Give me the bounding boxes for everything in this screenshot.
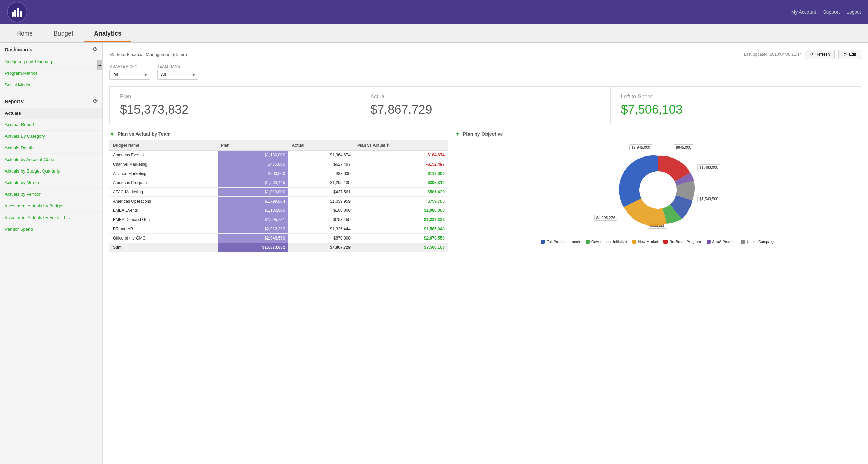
row-name: Americas Events (109, 150, 218, 160)
row-plan: $1,019,000 (218, 188, 289, 197)
table-row: EMEA Demand Gen $2,095,781 $758,459 $1,3… (109, 215, 448, 224)
row-name: APAC Marketing (109, 188, 218, 197)
sidebar-item-actuals-category[interactable]: Actuals By Category (0, 131, 102, 142)
svg-rect-1 (14, 10, 16, 17)
row-name: EMEA Demand Gen (109, 215, 218, 224)
team-filter-label: TEAM NAME (157, 65, 198, 68)
reports-group-label: Actuals (0, 108, 102, 119)
quarter-filter-label: QUARTER (FY) (109, 65, 150, 68)
plan-vs-actual-header: ▼ Plan vs Actual by Team (109, 131, 448, 137)
row-pva: $759,705 (354, 197, 448, 206)
dashboards-label: Dashboards: (5, 47, 34, 52)
row-actual: $1,326,444 (288, 224, 354, 234)
edit-button[interactable]: ⚙ Edit (838, 50, 861, 59)
table-row: APAC Marketing $1,019,000 $437,561 $581,… (109, 188, 448, 197)
sidebar-item-investment-actuals-folder[interactable]: Investment Actuals by Folder Ti... (0, 212, 102, 223)
sidebar-item-actuals-budget-quarterly[interactable]: Actuals by Budget Quarterly (0, 165, 102, 177)
row-name: EMEA Events (109, 206, 218, 215)
nav-tabs: Home Budget Analytics (0, 24, 868, 43)
quarter-filter-group: QUARTER (FY) All Q1 Q2 Q3 Q4 (109, 65, 150, 80)
content-area: Marketo Financial Management (demo) Last… (103, 43, 868, 464)
sidebar-item-actuals-details[interactable]: Actuals Details (0, 142, 102, 154)
svg-rect-0 (12, 12, 14, 17)
legend-label-new-market: New Market (638, 240, 658, 244)
sum-label: Sum (109, 243, 218, 252)
row-plan: $2,912,392 (218, 224, 289, 234)
edit-label: Edit (849, 52, 856, 57)
workspace-label: Marketo Financial Management (demo) (109, 52, 187, 57)
plan-by-objective-title: Plan by Objective (463, 131, 503, 137)
kpi-actual-label: Actual (370, 94, 600, 100)
legend-dot-rebrand (663, 240, 668, 244)
filters-row: QUARTER (FY) All Q1 Q2 Q3 Q4 TEAM NAME A… (109, 65, 861, 80)
filter-icon: ▼ (109, 131, 115, 137)
sum-plan: $15,373,832 (218, 243, 289, 252)
table-row: Americas Program $1,563,445 $1,255,135 $… (109, 178, 448, 188)
row-name: Office of the CMO (109, 234, 218, 243)
row-pva: $2,078,550 (354, 234, 448, 243)
plan-vs-actual-table: Budget Name Plan Actual Plan vs Actual ⇅… (109, 140, 448, 252)
sidebar-item-vendor-spend[interactable]: Vendor Spend (0, 223, 102, 235)
row-plan: $475,000 (218, 160, 289, 169)
logout-link[interactable]: Logout (846, 9, 861, 15)
legend-rebrand: Re-Brand Program (663, 240, 701, 244)
donut-area: $2,945,000 $645,000 $1,483,000 $1,543,50… (593, 140, 723, 236)
kpi-left-label: Left to Spend (621, 94, 851, 100)
row-plan: $1,180,000 (218, 150, 289, 160)
legend-dot-fall (541, 240, 545, 244)
tab-analytics[interactable]: Analytics (84, 26, 131, 42)
col-pva[interactable]: Plan vs Actual ⇅ (354, 140, 448, 150)
team-filter-select[interactable]: All (157, 70, 198, 80)
table-row: Americas Operations $1,799,664 $1,039,95… (109, 197, 448, 206)
row-actual: $1,039,959 (288, 197, 354, 206)
quarter-filter-select[interactable]: All Q1 Q2 Q3 Q4 (109, 70, 150, 80)
table-row: Americas Events $1,180,000 $1,364,674 -$… (109, 150, 448, 160)
sidebar-collapse-button[interactable]: ◀ (97, 60, 102, 70)
refresh-button[interactable]: ⟳ Refresh (805, 50, 835, 59)
kpi-actual-value: $7,867,729 (370, 103, 600, 117)
sidebar-item-actuals-month[interactable]: Actuals by Month (0, 177, 102, 189)
reports-refresh-icon[interactable]: ⟳ (93, 98, 97, 105)
last-updated: Last updated: 2013/04/08 21:14 (744, 52, 802, 57)
plan-by-objective-panel: ▼ Plan by Objective $2,945,000 $645,000 … (455, 131, 861, 252)
report-items: Accrual Report Actuals By Category Actua… (0, 119, 102, 235)
sidebar-item-actuals-account-code[interactable]: Actuals by Account Code (0, 154, 102, 165)
row-pva: $308,310 (354, 178, 448, 188)
chart-legend: Fall Product Launch Government Initiativ… (541, 240, 775, 244)
top-bar: My Account Support Logout (0, 0, 868, 24)
team-filter-group: TEAM NAME All (157, 65, 198, 80)
support-link[interactable]: Support (823, 9, 840, 15)
legend-dot-government (586, 240, 590, 244)
col-budget-name: Budget Name (109, 140, 218, 150)
row-pva: -$152,497 (354, 160, 448, 169)
sidebar-item-accrual[interactable]: Accrual Report (0, 119, 102, 131)
my-account-link[interactable]: My Account (791, 9, 816, 15)
app-logo (7, 2, 27, 22)
sidebar-item-investment-actuals-budget[interactable]: Investment Actuals by Budget (0, 200, 102, 212)
row-pva: $1,080,000 (354, 206, 448, 215)
refresh-label: Refresh (815, 52, 830, 57)
row-name: PR and AR (109, 224, 218, 234)
sidebar-item-program-metrics[interactable]: Program Metrics (0, 68, 102, 79)
tab-home[interactable]: Home (7, 26, 42, 42)
table-sum-row: Sum $15,373,832 $7,867,729 $7,506,103 (109, 243, 448, 252)
legend-label-upsell: Upsell Campaign (747, 240, 775, 244)
plan-vs-actual-panel: ▼ Plan vs Actual by Team Budget Name Pla… (109, 131, 448, 252)
main-content: Dashboards: ⟳ Budgeting and Planning Pro… (0, 43, 868, 464)
col-plan: Plan (218, 140, 289, 150)
row-plan: $2,095,781 (218, 215, 289, 224)
legend-dot-upsell (741, 240, 745, 244)
legend-label-saas: SaaS Product (712, 240, 736, 244)
kpi-actual: Actual $7,867,729 (360, 87, 610, 124)
sidebar-item-actuals-vendor[interactable]: Actuals by Vendor (0, 189, 102, 200)
sidebar-item-social-media[interactable]: Social Media (0, 79, 102, 91)
legend-dot-new-market (632, 240, 636, 244)
sum-pva: $7,506,103 (354, 243, 448, 252)
tab-budget[interactable]: Budget (44, 26, 83, 42)
kpi-plan-value: $15,373,832 (120, 103, 350, 117)
edit-icon: ⚙ (843, 52, 847, 57)
row-actual: $1,364,674 (288, 150, 354, 160)
sidebar-item-budgeting[interactable]: Budgeting and Planning (0, 56, 102, 68)
row-actual: $88,000 (288, 169, 354, 178)
dashboards-refresh-icon[interactable]: ⟳ (93, 46, 97, 53)
